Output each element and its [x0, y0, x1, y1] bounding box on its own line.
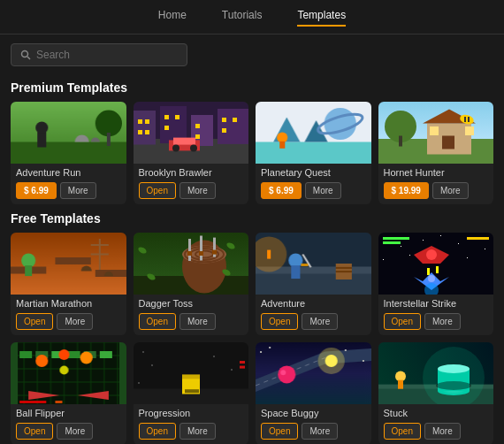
more-btn-stuck[interactable]: More: [424, 423, 461, 440]
price-btn-planetary-quest[interactable]: $ 6.99: [261, 182, 302, 199]
open-btn-brooklyn-brawler[interactable]: Open: [139, 182, 176, 199]
card-title-ball-flipper: Ball Flipper: [16, 408, 121, 418]
card-title-progression: Progression: [139, 408, 244, 418]
card-actions-martian-marathon: Open More: [16, 313, 121, 330]
thumb-brooklyn-brawler: [134, 102, 249, 164]
template-card-brooklyn-brawler: Brooklyn Brawler Open More: [134, 102, 249, 204]
card-title-interstellar-strike: Interstellar Strike: [384, 298, 489, 309]
premium-section-title: Premium Templates: [11, 80, 493, 95]
thumb-adventure-run: [11, 102, 126, 164]
free-grid: Martian Marathon Open More Dagger Toss O…: [0, 233, 504, 444]
more-btn-interstellar-strike[interactable]: More: [424, 313, 461, 330]
template-card-hornet-hunter: Hornet Hunter $ 19.99 More: [378, 102, 494, 204]
template-card-adventure-run: Adventure Run $ 6.99 More: [11, 102, 126, 204]
card-actions-planetary-quest: $ 6.99 More: [261, 182, 366, 199]
thumb-progression: [134, 342, 249, 404]
search-icon: [20, 50, 31, 60]
card-actions-stuck: Open More: [384, 423, 489, 440]
thumb-planetary-quest: [256, 102, 371, 164]
more-btn-martian-marathon[interactable]: More: [57, 313, 93, 330]
card-title-adventure-free: Adventure: [261, 298, 366, 309]
svg-line-1: [27, 57, 30, 59]
search-input[interactable]: [36, 49, 178, 61]
card-actions-progression: Open More: [139, 423, 244, 440]
card-actions-adventure-free: Open More: [261, 313, 366, 330]
thumb-space-buggy: [256, 342, 371, 404]
nav-templates[interactable]: Templates: [297, 9, 346, 27]
open-btn-space-buggy[interactable]: Open: [261, 423, 298, 440]
scroll-area[interactable]: Premium Templates Adventure Run $ 6.99 M…: [0, 75, 504, 444]
thumb-ball-flipper: [11, 342, 126, 404]
more-btn-brooklyn-brawler[interactable]: More: [179, 182, 216, 199]
thumb-stuck: [378, 342, 494, 404]
card-title-dagger-toss: Dagger Toss: [139, 298, 244, 309]
open-btn-interstellar-strike[interactable]: Open: [384, 313, 421, 330]
svg-point-0: [22, 51, 28, 57]
open-btn-martian-marathon[interactable]: Open: [16, 313, 53, 330]
template-card-adventure-free: Adventure Open More: [256, 233, 371, 335]
template-card-martian-marathon: Martian Marathon Open More: [11, 233, 126, 335]
free-section-title: Free Templates: [11, 211, 493, 226]
thumb-adventure-free: [256, 233, 371, 295]
template-card-space-buggy: Space Buggy Open More: [256, 342, 371, 444]
thumb-martian-marathon: [11, 233, 126, 295]
price-btn-adventure-run[interactable]: $ 6.99: [16, 182, 57, 199]
card-title-space-buggy: Space Buggy: [261, 408, 366, 418]
nav-home[interactable]: Home: [158, 9, 187, 27]
more-btn-planetary-quest[interactable]: More: [305, 182, 341, 199]
card-actions-brooklyn-brawler: Open More: [139, 182, 244, 199]
more-btn-ball-flipper[interactable]: More: [57, 423, 93, 440]
card-title-stuck: Stuck: [384, 408, 489, 418]
thumb-interstellar-strike: [378, 233, 494, 295]
card-actions-adventure-run: $ 6.99 More: [16, 182, 121, 199]
template-card-stuck: Stuck Open More: [378, 342, 494, 444]
price-btn-hornet-hunter[interactable]: $ 19.99: [384, 182, 429, 199]
card-title-brooklyn-brawler: Brooklyn Brawler: [139, 167, 244, 178]
template-card-interstellar-strike: Interstellar Strike Open More: [378, 233, 494, 335]
premium-grid: Adventure Run $ 6.99 More Brooklyn Brawl…: [0, 102, 504, 204]
open-btn-progression[interactable]: Open: [139, 423, 176, 440]
thumb-dagger-toss: [134, 233, 249, 295]
card-actions-dagger-toss: Open More: [139, 313, 244, 330]
more-btn-dagger-toss[interactable]: More: [179, 313, 216, 330]
nav-bar: Home Tutorials Templates: [0, 0, 504, 34]
card-title-martian-marathon: Martian Marathon: [16, 298, 121, 309]
more-btn-hornet-hunter[interactable]: More: [432, 182, 469, 199]
card-title-adventure-run: Adventure Run: [16, 167, 121, 178]
open-btn-stuck[interactable]: Open: [384, 423, 421, 440]
card-actions-space-buggy: Open More: [261, 423, 366, 440]
open-btn-adventure-free[interactable]: Open: [261, 313, 298, 330]
card-title-hornet-hunter: Hornet Hunter: [384, 167, 489, 178]
template-card-dagger-toss: Dagger Toss Open More: [134, 233, 249, 335]
more-btn-adventure-run[interactable]: More: [60, 182, 96, 199]
card-actions-hornet-hunter: $ 19.99 More: [384, 182, 489, 199]
template-card-planetary-quest: Planetary Quest $ 6.99 More: [256, 102, 371, 204]
more-btn-space-buggy[interactable]: More: [302, 423, 338, 440]
template-card-progression: Progression Open More: [134, 342, 249, 444]
open-btn-dagger-toss[interactable]: Open: [139, 313, 176, 330]
thumb-hornet-hunter: [378, 102, 494, 164]
search-bar: [11, 43, 187, 66]
card-actions-ball-flipper: Open More: [16, 423, 121, 440]
template-card-ball-flipper: Ball Flipper Open More: [11, 342, 126, 444]
more-btn-adventure-free[interactable]: More: [302, 313, 338, 330]
card-actions-interstellar-strike: Open More: [384, 313, 489, 330]
more-btn-progression[interactable]: More: [179, 423, 216, 440]
open-btn-ball-flipper[interactable]: Open: [16, 423, 53, 440]
card-title-planetary-quest: Planetary Quest: [261, 167, 366, 178]
nav-tutorials[interactable]: Tutorials: [222, 9, 263, 27]
